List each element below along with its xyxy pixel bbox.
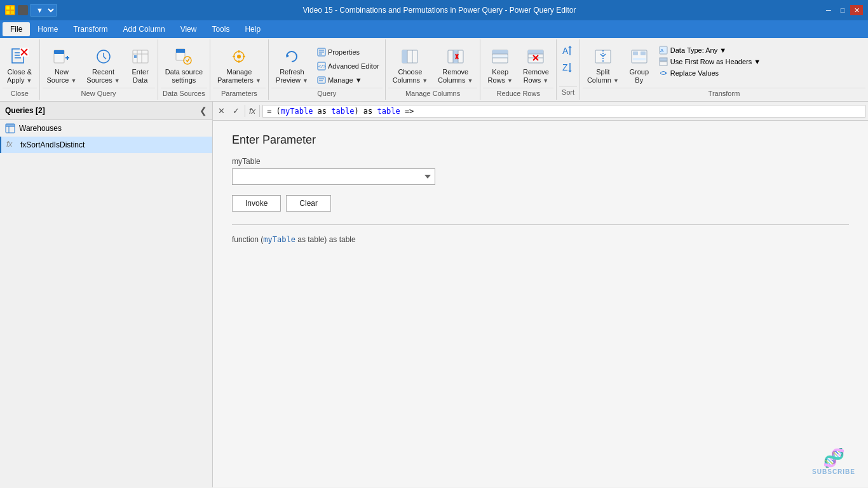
app-icon2: [18, 5, 28, 15]
group-by-label: GroupBy: [630, 68, 649, 85]
choose-columns-button[interactable]: ChooseColumns ▼: [388, 43, 432, 88]
manage-label: Manage ▼: [328, 76, 362, 84]
recent-sources-button[interactable]: RecentSources ▼: [82, 43, 124, 88]
query-buttons: RefreshPreview ▼ Properties </>: [271, 41, 383, 88]
menu-transform[interactable]: Transform: [65, 22, 115, 36]
enter-data-label: EnterData: [132, 68, 149, 85]
keep-rows-button[interactable]: KeepRows ▼: [483, 43, 517, 88]
ribbon-group-close: Close &Apply ▼ Close: [0, 39, 40, 100]
function-icon: fx: [6, 140, 17, 150]
new-source-button[interactable]: NewSource ▼: [43, 43, 81, 88]
advanced-editor-icon: </>: [317, 62, 326, 71]
manage-parameters-button[interactable]: ManageParameters ▼: [213, 43, 266, 88]
parameters-buttons: ManageParameters ▼: [213, 41, 266, 88]
split-column-icon: [593, 46, 613, 67]
enter-data-icon: [130, 46, 151, 67]
keep-rows-icon: [490, 46, 510, 67]
svg-rect-75: [641, 51, 646, 55]
param-select[interactable]: [232, 168, 435, 185]
menu-home[interactable]: Home: [30, 22, 65, 36]
data-source-settings-button[interactable]: Data sourcesettings: [161, 43, 207, 88]
choose-columns-icon: [400, 46, 420, 67]
title-text: Video 15 - Combinations and Permutations…: [60, 6, 818, 15]
svg-rect-76: [633, 58, 646, 60]
remove-rows-button[interactable]: RemoveRows ▼: [519, 43, 553, 88]
close-group-label: Close: [3, 88, 37, 100]
refresh-preview-button[interactable]: RefreshPreview ▼: [271, 43, 313, 88]
queries-title: Queries [2]: [5, 106, 45, 115]
manage-columns-label: Manage Columns: [388, 88, 478, 100]
svg-rect-79: [660, 58, 667, 61]
ribbon-group-manage-columns: ChooseColumns ▼ RemoveColumns ▼ Manage C…: [386, 39, 481, 100]
left-panel: Queries [2] ❮ Warehouses fx fxSortAndIsD…: [0, 102, 213, 487]
formula-input[interactable]: = (myTable as table) as table =>: [262, 105, 865, 118]
title-bar: ▼ Video 15 - Combinations and Permutatio…: [0, 0, 868, 20]
query-item-fx-sort[interactable]: fx fxSortAndIsDistinct: [0, 137, 212, 153]
data-source-settings-label: Data sourcesettings: [165, 68, 203, 85]
split-column-label: SplitColumn ▼: [587, 68, 619, 85]
remove-columns-label: RemoveColumns ▼: [438, 68, 473, 85]
data-type-button[interactable]: A Data Type: Any ▼: [659, 46, 761, 55]
svg-rect-37: [318, 77, 325, 83]
divider: [232, 224, 849, 225]
properties-button[interactable]: Properties: [314, 46, 383, 58]
advanced-editor-button[interactable]: </> Advanced Editor: [314, 60, 383, 72]
menu-tools[interactable]: Tools: [204, 22, 237, 36]
reduce-rows-buttons: KeepRows ▼ RemoveRows ▼: [483, 41, 553, 88]
menu-help[interactable]: Help: [237, 22, 268, 36]
group-by-button[interactable]: GroupBy: [625, 43, 654, 88]
use-first-row-button[interactable]: Use First Row as Headers ▼: [659, 57, 761, 66]
close-apply-icon: [10, 46, 30, 67]
menu-file[interactable]: File: [3, 22, 30, 36]
remove-columns-button[interactable]: RemoveColumns ▼: [433, 43, 477, 88]
transform-group-label: Transform: [583, 88, 865, 100]
maximize-button[interactable]: □: [836, 5, 849, 15]
collapse-panel-button[interactable]: ❮: [200, 105, 207, 116]
svg-rect-22: [176, 49, 185, 53]
param-select-wrapper: [232, 168, 435, 185]
new-source-icon: [51, 46, 72, 67]
new-query-label: New Query: [43, 88, 155, 100]
clear-button[interactable]: Clear: [286, 195, 331, 212]
svg-rect-80: [660, 62, 667, 65]
replace-values-button[interactable]: Replace Values: [659, 69, 761, 78]
svg-rect-52: [492, 55, 508, 58]
use-first-row-label: Use First Row as Headers ▼: [670, 58, 761, 65]
subscribe-dna-icon: 🧬: [823, 447, 845, 468]
remove-rows-label: RemoveRows ▼: [523, 68, 549, 85]
svg-rect-20: [134, 55, 137, 58]
replace-values-icon: [659, 69, 668, 78]
refresh-preview-icon: [281, 46, 302, 67]
menu-view[interactable]: View: [173, 22, 205, 36]
svg-text:</>: </>: [318, 64, 326, 69]
formula-cancel-button[interactable]: ✕: [215, 105, 227, 117]
replace-values-label: Replace Values: [670, 69, 719, 77]
close-apply-button[interactable]: Close &Apply ▼: [3, 43, 37, 88]
query-group-label: Query: [271, 88, 383, 100]
query-item-warehouses[interactable]: Warehouses: [0, 120, 212, 137]
sort-desc-button[interactable]: Z: [559, 60, 577, 75]
ribbon-group-sort: A Z Sort: [557, 39, 580, 100]
invoke-button[interactable]: Invoke: [232, 195, 281, 212]
ribbon-group-parameters: ManageParameters ▼ Parameters: [210, 39, 269, 100]
enter-data-button[interactable]: EnterData: [126, 43, 155, 88]
minimize-button[interactable]: ─: [822, 5, 835, 15]
sort-desc-icon: Z: [562, 62, 574, 73]
ribbon-group-reduce-rows: KeepRows ▼ RemoveRows ▼ Reduce Rows: [480, 39, 556, 100]
data-type-icon: A: [659, 46, 668, 55]
menu-bar: File Home Transform Add Column View Tool…: [0, 20, 868, 38]
use-first-row-icon: [659, 57, 668, 66]
manage-button[interactable]: Manage ▼: [314, 74, 383, 86]
advanced-editor-label: Advanced Editor: [328, 62, 379, 70]
keep-rows-label: KeepRows ▼: [487, 68, 512, 85]
sort-asc-icon: A: [562, 45, 574, 57]
sort-asc-button[interactable]: A: [559, 43, 577, 58]
title-dropdown[interactable]: ▼: [31, 4, 57, 17]
data-sources-buttons: Data sourcesettings: [161, 41, 207, 88]
split-column-button[interactable]: SplitColumn ▼: [583, 43, 623, 88]
close-window-button[interactable]: ✕: [850, 5, 863, 15]
formula-confirm-button[interactable]: ✓: [230, 105, 242, 117]
menu-add-column[interactable]: Add Column: [116, 22, 173, 36]
group-by-icon: [629, 46, 649, 67]
manage-columns-buttons: ChooseColumns ▼ RemoveColumns ▼: [388, 41, 478, 88]
